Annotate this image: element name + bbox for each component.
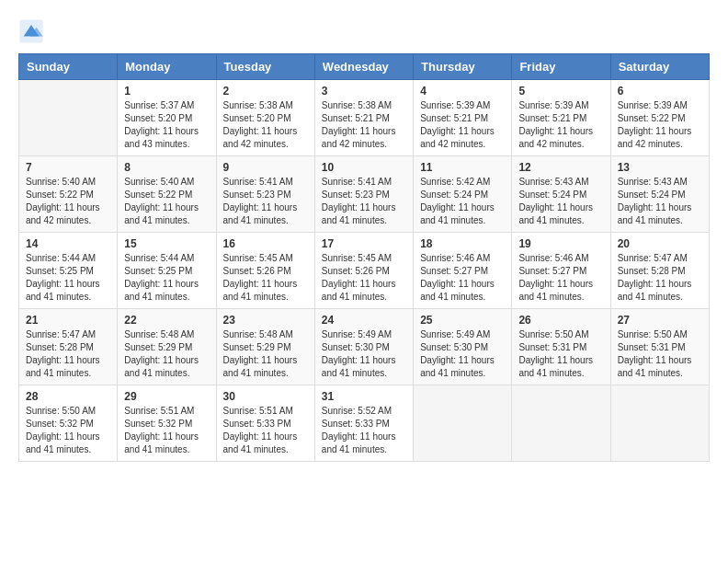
day-number: 13 [618, 161, 702, 174]
calendar-header-row: SundayMondayTuesdayWednesdayThursdayFrid… [19, 54, 710, 80]
calendar-cell: 24Sunrise: 5:49 AMSunset: 5:30 PMDayligh… [314, 309, 413, 385]
cell-info: Sunrise: 5:50 AMSunset: 5:32 PMDaylight:… [26, 405, 110, 456]
calendar-table: SundayMondayTuesdayWednesdayThursdayFrid… [18, 53, 710, 462]
day-number: 26 [518, 314, 603, 327]
cell-info: Sunrise: 5:45 AMSunset: 5:26 PMDaylight:… [223, 252, 308, 304]
day-number: 5 [518, 85, 603, 98]
calendar-cell: 25Sunrise: 5:49 AMSunset: 5:30 PMDayligh… [414, 309, 512, 385]
calendar-cell [414, 385, 512, 462]
cell-info: Sunrise: 5:39 AMSunset: 5:22 PMDaylight:… [618, 99, 702, 151]
cell-info: Sunrise: 5:48 AMSunset: 5:29 PMDaylight:… [124, 328, 209, 380]
day-number: 11 [420, 161, 505, 174]
cell-info: Sunrise: 5:41 AMSunset: 5:23 PMDaylight:… [223, 176, 308, 227]
day-number: 29 [124, 390, 209, 403]
calendar-cell: 20Sunrise: 5:47 AMSunset: 5:28 PMDayligh… [610, 233, 709, 309]
day-number: 17 [322, 237, 406, 250]
calendar-cell: 27Sunrise: 5:50 AMSunset: 5:31 PMDayligh… [610, 309, 709, 385]
day-number: 28 [26, 390, 110, 403]
day-number: 15 [124, 237, 209, 250]
cell-info: Sunrise: 5:51 AMSunset: 5:32 PMDaylight:… [124, 405, 209, 456]
weekday-header-sunday: Sunday [19, 54, 118, 80]
cell-info: Sunrise: 5:44 AMSunset: 5:25 PMDaylight:… [26, 252, 110, 304]
cell-info: Sunrise: 5:44 AMSunset: 5:25 PMDaylight:… [124, 252, 209, 304]
cell-info: Sunrise: 5:47 AMSunset: 5:28 PMDaylight:… [26, 328, 110, 380]
calendar-cell: 31Sunrise: 5:52 AMSunset: 5:33 PMDayligh… [314, 385, 413, 462]
logo-icon [18, 18, 44, 44]
weekday-header-monday: Monday [118, 54, 216, 80]
calendar-cell: 30Sunrise: 5:51 AMSunset: 5:33 PMDayligh… [216, 385, 314, 462]
calendar-cell: 15Sunrise: 5:44 AMSunset: 5:25 PMDayligh… [118, 233, 216, 309]
cell-info: Sunrise: 5:46 AMSunset: 5:27 PMDaylight:… [420, 252, 505, 304]
cell-info: Sunrise: 5:49 AMSunset: 5:30 PMDaylight:… [322, 328, 406, 380]
day-number: 24 [322, 314, 406, 327]
calendar-cell: 14Sunrise: 5:44 AMSunset: 5:25 PMDayligh… [19, 233, 118, 309]
day-number: 23 [223, 314, 308, 327]
calendar-cell: 23Sunrise: 5:48 AMSunset: 5:29 PMDayligh… [216, 309, 314, 385]
weekday-header-tuesday: Tuesday [216, 54, 314, 80]
day-number: 19 [518, 237, 603, 250]
calendar-cell: 3Sunrise: 5:38 AMSunset: 5:21 PMDaylight… [314, 80, 413, 156]
day-number: 8 [124, 161, 209, 174]
calendar-cell: 10Sunrise: 5:41 AMSunset: 5:23 PMDayligh… [314, 156, 413, 233]
cell-info: Sunrise: 5:37 AMSunset: 5:20 PMDaylight:… [124, 99, 209, 151]
calendar-cell: 13Sunrise: 5:43 AMSunset: 5:24 PMDayligh… [610, 156, 709, 233]
day-number: 20 [618, 237, 702, 250]
calendar-cell: 16Sunrise: 5:45 AMSunset: 5:26 PMDayligh… [216, 233, 314, 309]
calendar-cell: 26Sunrise: 5:50 AMSunset: 5:31 PMDayligh… [512, 309, 610, 385]
calendar-week-2: 7Sunrise: 5:40 AMSunset: 5:22 PMDaylight… [19, 156, 710, 233]
cell-info: Sunrise: 5:51 AMSunset: 5:33 PMDaylight:… [223, 405, 308, 456]
calendar-cell: 21Sunrise: 5:47 AMSunset: 5:28 PMDayligh… [19, 309, 118, 385]
calendar-cell: 8Sunrise: 5:40 AMSunset: 5:22 PMDaylight… [118, 156, 216, 233]
cell-info: Sunrise: 5:39 AMSunset: 5:21 PMDaylight:… [518, 99, 603, 151]
day-number: 21 [26, 314, 110, 327]
cell-info: Sunrise: 5:38 AMSunset: 5:20 PMDaylight:… [223, 99, 308, 151]
calendar-cell: 17Sunrise: 5:45 AMSunset: 5:26 PMDayligh… [314, 233, 413, 309]
day-number: 6 [618, 85, 702, 98]
day-number: 3 [322, 85, 406, 98]
cell-info: Sunrise: 5:40 AMSunset: 5:22 PMDaylight:… [124, 176, 209, 227]
day-number: 31 [322, 390, 406, 403]
cell-info: Sunrise: 5:49 AMSunset: 5:30 PMDaylight:… [420, 328, 505, 380]
calendar-week-4: 21Sunrise: 5:47 AMSunset: 5:28 PMDayligh… [19, 309, 710, 385]
cell-info: Sunrise: 5:47 AMSunset: 5:28 PMDaylight:… [618, 252, 702, 304]
calendar-cell: 5Sunrise: 5:39 AMSunset: 5:21 PMDaylight… [512, 80, 610, 156]
calendar-cell [512, 385, 610, 462]
cell-info: Sunrise: 5:52 AMSunset: 5:33 PMDaylight:… [322, 405, 406, 456]
calendar-cell: 1Sunrise: 5:37 AMSunset: 5:20 PMDaylight… [118, 80, 216, 156]
calendar-cell [610, 385, 709, 462]
day-number: 14 [26, 237, 110, 250]
cell-info: Sunrise: 5:40 AMSunset: 5:22 PMDaylight:… [26, 176, 110, 227]
cell-info: Sunrise: 5:45 AMSunset: 5:26 PMDaylight:… [322, 252, 406, 304]
day-number: 4 [420, 85, 505, 98]
cell-info: Sunrise: 5:41 AMSunset: 5:23 PMDaylight:… [322, 176, 406, 227]
calendar-week-5: 28Sunrise: 5:50 AMSunset: 5:32 PMDayligh… [19, 385, 710, 462]
day-number: 25 [420, 314, 505, 327]
day-number: 18 [420, 237, 505, 250]
day-number: 16 [223, 237, 308, 250]
logo [18, 18, 48, 44]
calendar-cell: 9Sunrise: 5:41 AMSunset: 5:23 PMDaylight… [216, 156, 314, 233]
day-number: 10 [322, 161, 406, 174]
calendar-cell: 19Sunrise: 5:46 AMSunset: 5:27 PMDayligh… [512, 233, 610, 309]
calendar-cell: 28Sunrise: 5:50 AMSunset: 5:32 PMDayligh… [19, 385, 118, 462]
cell-info: Sunrise: 5:42 AMSunset: 5:24 PMDaylight:… [420, 176, 505, 227]
day-number: 9 [223, 161, 308, 174]
cell-info: Sunrise: 5:38 AMSunset: 5:21 PMDaylight:… [322, 99, 406, 151]
cell-info: Sunrise: 5:43 AMSunset: 5:24 PMDaylight:… [518, 176, 603, 227]
calendar-cell: 7Sunrise: 5:40 AMSunset: 5:22 PMDaylight… [19, 156, 118, 233]
cell-info: Sunrise: 5:50 AMSunset: 5:31 PMDaylight:… [618, 328, 702, 380]
calendar-week-3: 14Sunrise: 5:44 AMSunset: 5:25 PMDayligh… [19, 233, 710, 309]
day-number: 7 [26, 161, 110, 174]
calendar-cell [19, 80, 118, 156]
calendar-cell: 11Sunrise: 5:42 AMSunset: 5:24 PMDayligh… [414, 156, 512, 233]
calendar-cell: 29Sunrise: 5:51 AMSunset: 5:32 PMDayligh… [118, 385, 216, 462]
calendar-cell: 4Sunrise: 5:39 AMSunset: 5:21 PMDaylight… [414, 80, 512, 156]
day-number: 22 [124, 314, 209, 327]
cell-info: Sunrise: 5:46 AMSunset: 5:27 PMDaylight:… [518, 252, 603, 304]
calendar-cell: 22Sunrise: 5:48 AMSunset: 5:29 PMDayligh… [118, 309, 216, 385]
day-number: 27 [618, 314, 702, 327]
weekday-header-thursday: Thursday [414, 54, 512, 80]
cell-info: Sunrise: 5:48 AMSunset: 5:29 PMDaylight:… [223, 328, 308, 380]
calendar-cell: 12Sunrise: 5:43 AMSunset: 5:24 PMDayligh… [512, 156, 610, 233]
day-number: 2 [223, 85, 308, 98]
